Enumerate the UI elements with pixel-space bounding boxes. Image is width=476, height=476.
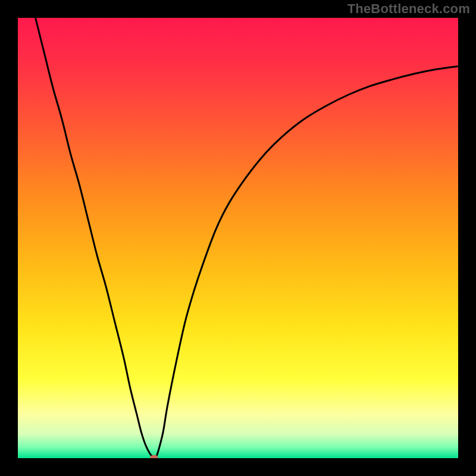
plot-area <box>18 18 458 458</box>
bottleneck-curve <box>18 18 458 458</box>
optimal-point-marker <box>150 455 158 459</box>
chart-frame: TheBottleneck.com <box>0 0 476 476</box>
watermark-text: TheBottleneck.com <box>347 1 470 17</box>
